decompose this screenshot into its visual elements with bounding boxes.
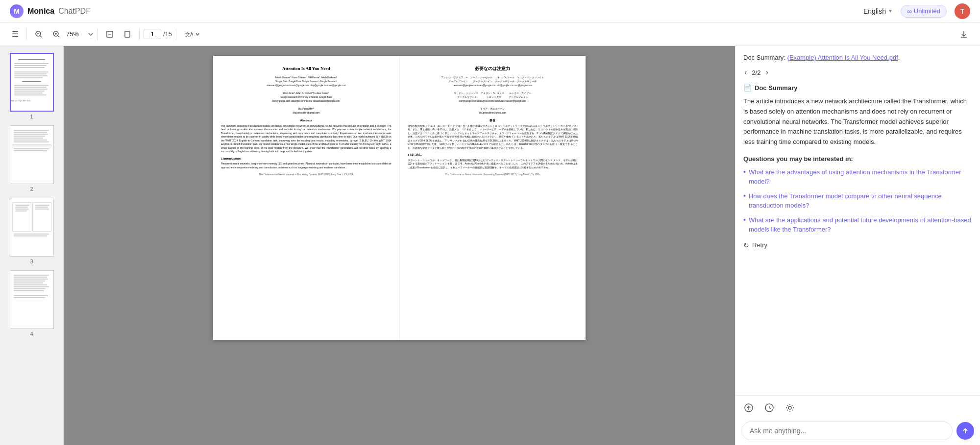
zoom-level: 75% (66, 30, 86, 38)
pdf-english-conference: 31st Conference on Neural Information Pr… (221, 173, 392, 176)
zoom-out-icon (35, 30, 43, 38)
retry-label: Retry (752, 241, 767, 249)
download-icon (959, 30, 968, 39)
chat-history-button[interactable] (762, 400, 777, 418)
thumb-num-1: 1 (30, 114, 33, 119)
top-navbar: M Monica ChatPDF English ▼ ∞ Unlimited T (0, 0, 980, 23)
pdf-english-title: Attention Is All You Need (221, 66, 392, 72)
pagination-controls: ‹ 2/2 › (743, 67, 972, 78)
chat-send-button[interactable] (956, 422, 974, 440)
unlimited-label: Unlimited (914, 7, 940, 15)
right-panel: Doc Summary: (Example) Attention Is All … (735, 46, 980, 445)
thumbnail-sidebar: arXiv:1706.03762v5 [cs.CL] 6 Dec 2017 1 (0, 46, 64, 445)
svg-line-6 (58, 36, 59, 37)
pdf-japanese-title: 必要なのは注意力 (408, 66, 578, 72)
chat-input-row (741, 422, 974, 440)
pdf-english-abstract-title: Abstract (221, 118, 392, 122)
pagination-next-button[interactable]: › (764, 67, 769, 78)
thumbnail-2[interactable]: 2 (0, 122, 63, 195)
divider3 (139, 28, 140, 40)
question-text-1: What are the advantages of using attenti… (749, 167, 972, 187)
bullet-icon-1: • (743, 168, 746, 176)
thumbnail-3[interactable]: 3 (0, 195, 63, 267)
pdf-left: Attention Is All You Need Ashish Vaswani… (213, 56, 400, 340)
chat-input[interactable] (741, 422, 953, 440)
language-label: English (863, 7, 886, 15)
chat-bottom (735, 395, 980, 445)
pagination-display: 2/2 (752, 69, 760, 76)
doc-summary-prefix: Doc Summary: (743, 54, 787, 61)
fit-page-button[interactable] (102, 27, 118, 41)
pdf-viewer[interactable]: Attention Is All You Need Ashish Vaswani… (64, 46, 735, 445)
svg-point-15 (788, 406, 791, 409)
fit-width-button[interactable] (120, 27, 135, 41)
thumb-num-2: 2 (30, 186, 33, 192)
pdf-page-1: Attention Is All You Need Ashish Vaswani… (213, 56, 586, 340)
app-sub: ChatPDF (58, 7, 91, 16)
thumb-num-3: 3 (30, 258, 33, 264)
pdf-english-section1-title: 1 Introduction (221, 157, 392, 161)
download-button[interactable] (956, 27, 972, 42)
pagination-prev-button[interactable]: ‹ (743, 67, 748, 78)
doc-summary-link[interactable]: (Example) Attention Is All You Need.pdf (787, 54, 898, 61)
bullet-icon-2: • (743, 192, 746, 200)
section-label-text: Doc Summary (755, 84, 797, 92)
main-area: arXiv:1706.03762v5 [cs.CL] 6 Dec 2017 1 (0, 46, 980, 445)
page-total: /15 (163, 30, 172, 38)
thumbnail-4[interactable]: 4 (0, 267, 63, 340)
sidebar-toggle-button[interactable]: ☰ (8, 26, 23, 42)
arxiv-date: arXiv:1706.03762v5 [cs.CL] 6 Dec 2017 (10, 99, 31, 102)
question-3[interactable]: • What are the applications and potentia… (743, 215, 972, 234)
question-text-3: What are the applications and potential … (749, 215, 972, 234)
document-icon: 📄 (743, 84, 752, 92)
thumb-num-4: 4 (30, 331, 33, 337)
pdf-english-abstract: The dominant sequence transduction model… (221, 124, 392, 154)
infinity-icon: ∞ (907, 7, 912, 15)
bullet-icon-3: • (743, 216, 746, 224)
svg-rect-9 (125, 31, 130, 37)
svg-text:文A: 文A (185, 32, 193, 37)
doc-summary-header: Doc Summary: (Example) Attention Is All … (743, 54, 972, 61)
toolbar: ☰ 75% /15 文A (0, 23, 980, 46)
settings-icon (784, 402, 795, 413)
send-icon (961, 427, 969, 435)
pdf-japanese-authors: アシシュ・ヴァスワニー ノーム・シャゼール ニキ・パルマール ヤコブ・ウシュコレ… (408, 76, 578, 116)
brand: M Monica ChatPDF (10, 4, 91, 18)
avatar[interactable]: T (955, 3, 970, 19)
question-2[interactable]: • How does the Transformer model compare… (743, 191, 972, 211)
translate-icon: 文A (184, 30, 193, 39)
page-input[interactable] (144, 29, 161, 39)
history-icon (764, 402, 775, 413)
topnav-right: English ▼ ∞ Unlimited T (863, 3, 970, 19)
chat-attachment-button[interactable] (741, 400, 756, 418)
doc-summary-section-label: 📄 Doc Summary (743, 84, 972, 92)
pdf-japanese-abstract-title: 要旨 (408, 118, 578, 122)
language-selector[interactable]: English ▼ (863, 7, 893, 15)
retry-icon: ↻ (743, 241, 749, 249)
attachment-icon (743, 402, 754, 413)
chevron-down-icon (88, 31, 94, 37)
pdf-english-section1: Recurrent neural networks, long short-te… (221, 162, 392, 169)
chat-icons-row (741, 400, 974, 418)
question-1[interactable]: • What are the advantages of using atten… (743, 167, 972, 187)
divider2 (98, 28, 98, 40)
divider (26, 28, 27, 40)
logo-icon: M (10, 4, 24, 18)
zoom-in-icon (52, 30, 60, 38)
svg-line-2 (40, 36, 42, 37)
fit-page-icon (106, 30, 114, 38)
translate-chevron-icon (195, 32, 200, 37)
unlimited-badge[interactable]: ∞ Unlimited (901, 5, 947, 18)
thumbnail-1[interactable]: arXiv:1706.03762v5 [cs.CL] 6 Dec 2017 1 (0, 50, 63, 122)
chat-settings-button[interactable] (783, 400, 797, 418)
pdf-japanese-section1: リカレント・ニューラル・ネットワーク、特に長期短期記憶[13]およびゲーテッド・… (408, 159, 578, 170)
translate-button[interactable]: 文A (180, 27, 204, 42)
zoom-out-button[interactable] (31, 27, 47, 41)
summary-text: The article introduces a new network arc… (743, 96, 972, 147)
retry-button[interactable]: ↻ Retry (743, 239, 767, 251)
pdf-japanese-conference: 31st Conference on Neural Information Pr… (408, 173, 578, 176)
pdf-right: 必要なのは注意力 アシシュ・ヴァスワニー ノーム・シャゼール ニキ・パルマール … (400, 56, 586, 340)
question-text-2: How does the Transformer model compare t… (749, 191, 972, 211)
right-panel-content: Doc Summary: (Example) Attention Is All … (735, 46, 980, 395)
zoom-in-button[interactable] (49, 27, 64, 41)
